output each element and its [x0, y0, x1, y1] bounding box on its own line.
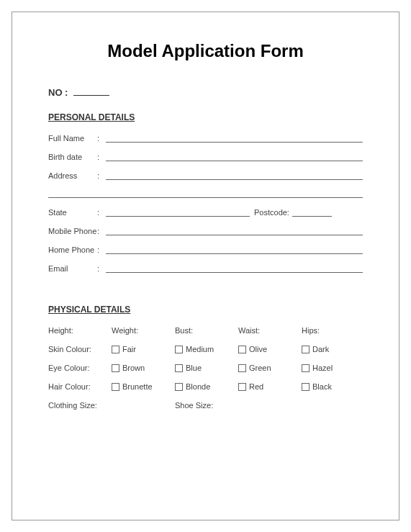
hair-brunette-label: Brunette [122, 382, 153, 391]
mobile-phone-input[interactable] [106, 227, 363, 235]
eye-hazel-cell[interactable]: Hazel [302, 364, 365, 372]
page-border: Model Application Form NO : PERSONAL DET… [12, 12, 399, 520]
skin-olive-cell[interactable]: Olive [238, 345, 302, 353]
eye-brown-cell[interactable]: Brown [112, 364, 175, 372]
mobile-phone-row: Mobile Phone : [48, 227, 363, 235]
colon: : [97, 227, 106, 235]
checkbox-icon [112, 364, 119, 372]
skin-medium-label: Medium [186, 345, 214, 353]
skin-fair-label: Fair [122, 345, 136, 353]
checkbox-icon [175, 364, 183, 372]
state-input[interactable] [106, 209, 250, 217]
email-input[interactable] [106, 265, 363, 273]
address-row: Address : [48, 171, 363, 180]
hair-black-cell[interactable]: Black [302, 382, 365, 391]
birth-date-input[interactable] [106, 153, 363, 161]
size-row: Clothing Size: Shoe Size: [48, 401, 363, 410]
no-input-line[interactable] [73, 95, 109, 96]
bust-label: Bust: [175, 326, 238, 335]
physical-details-heading: PHYSICAL DETAILS [48, 305, 363, 315]
colon: : [97, 171, 106, 180]
no-label: NO : [48, 87, 68, 98]
hair-colour-row: Hair Colour: Brunette Blonde Red Black [48, 382, 363, 391]
colon: : [97, 245, 106, 254]
mobile-phone-label: Mobile Phone [48, 227, 97, 235]
home-phone-label: Home Phone [48, 245, 97, 254]
hair-blonde-cell[interactable]: Blonde [175, 382, 238, 391]
skin-dark-label: Dark [312, 345, 329, 353]
clothing-size-label: Clothing Size: [48, 401, 112, 410]
home-phone-row: Home Phone : [48, 245, 363, 254]
colon: : [97, 264, 106, 273]
checkbox-icon [112, 383, 119, 391]
full-name-label: Full Name [48, 134, 97, 143]
waist-label: Waist: [238, 326, 302, 335]
skin-medium-cell[interactable]: Medium [175, 345, 238, 353]
home-phone-input[interactable] [106, 246, 363, 254]
hair-blonde-label: Blonde [186, 382, 210, 391]
hair-red-label: Red [249, 382, 263, 391]
checkbox-icon [175, 383, 183, 391]
weight-label: Weight: [112, 326, 175, 335]
height-label: Height: [48, 326, 112, 335]
postcode-input[interactable] [292, 209, 332, 217]
colon: : [97, 134, 106, 143]
eye-green-label: Green [249, 364, 271, 372]
state-postcode-row: State : Postcode: [48, 208, 363, 217]
email-label: Email [48, 264, 97, 273]
checkbox-icon [302, 383, 310, 391]
address-input-line1[interactable] [106, 172, 363, 180]
colon: : [97, 153, 106, 161]
eye-brown-label: Brown [122, 364, 145, 372]
checkbox-icon [238, 383, 246, 391]
hair-black-label: Black [312, 382, 332, 391]
skin-colour-row: Skin Colour: Fair Medium Olive Dark [48, 345, 363, 353]
skin-colour-label: Skin Colour: [48, 345, 112, 353]
eye-colour-row: Eye Colour: Brown Blue Green Hazel [48, 364, 363, 372]
full-name-input[interactable] [106, 135, 363, 143]
shoe-size-label: Shoe Size: [175, 401, 238, 410]
address-input-line2[interactable] [48, 190, 363, 198]
checkbox-icon [175, 346, 183, 353]
checkbox-icon [238, 364, 246, 372]
checkbox-icon [238, 346, 246, 353]
address-label: Address [48, 171, 97, 180]
state-label: State [48, 208, 97, 217]
skin-fair-cell[interactable]: Fair [112, 345, 175, 353]
postcode-label: Postcode: [254, 208, 289, 217]
skin-dark-cell[interactable]: Dark [302, 345, 365, 353]
measurements-row: Height: Weight: Bust: Waist: Hips: [48, 326, 363, 335]
personal-details-heading: PERSONAL DETAILS [48, 112, 363, 122]
birth-date-row: Birth date : [48, 153, 363, 161]
birth-date-label: Birth date [48, 153, 97, 161]
email-row: Email : [48, 264, 363, 273]
skin-olive-label: Olive [249, 345, 267, 353]
hair-red-cell[interactable]: Red [238, 382, 302, 391]
eye-colour-label: Eye Colour: [48, 364, 112, 372]
form-title: Model Application Form [48, 41, 363, 61]
checkbox-icon [302, 364, 310, 372]
colon: : [97, 208, 106, 217]
full-name-row: Full Name : [48, 134, 363, 143]
no-field: NO : [48, 87, 363, 98]
checkbox-icon [302, 346, 310, 353]
hips-label: Hips: [302, 326, 365, 335]
hair-brunette-cell[interactable]: Brunette [112, 382, 175, 391]
eye-hazel-label: Hazel [312, 364, 333, 372]
eye-blue-label: Blue [186, 364, 202, 372]
checkbox-icon [112, 346, 119, 353]
eye-blue-cell[interactable]: Blue [175, 364, 238, 372]
eye-green-cell[interactable]: Green [238, 364, 302, 372]
hair-colour-label: Hair Colour: [48, 382, 112, 391]
